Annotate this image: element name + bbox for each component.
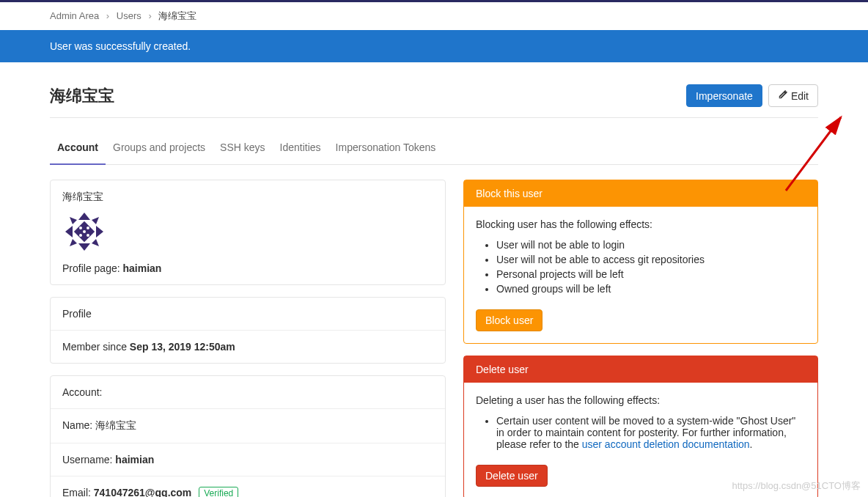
profile-page-value[interactable]: haimian: [123, 262, 162, 274]
profile-page-row: Profile page: haimian: [62, 262, 433, 274]
svg-point-15: [83, 230, 86, 233]
tab-groups[interactable]: Groups and projects: [106, 131, 213, 164]
page-header: 海绵宝宝 Impersonate Edit: [50, 70, 818, 118]
member-since-value: Sep 13, 2019 12:50am: [130, 341, 235, 353]
watermark: https://blog.csdn@51CTO博客: [732, 479, 861, 493]
header-actions: Impersonate Edit: [686, 84, 818, 107]
tab-tokens[interactable]: Impersonation Tokens: [328, 131, 444, 164]
breadcrumb-separator-icon: ›: [148, 10, 151, 21]
delete-effects-list: Certain user content will be moved to a …: [476, 415, 806, 450]
alert-message: User was successfully created.: [38, 40, 830, 52]
verified-badge: Verified: [199, 487, 238, 497]
delete-docs-link[interactable]: user account deletion documentation: [582, 438, 750, 450]
tab-identities[interactable]: Identities: [273, 131, 328, 164]
block-intro: Blocking user has the following effects:: [476, 218, 806, 230]
delete-user-card: Delete user Deleting a user has the foll…: [463, 356, 818, 497]
svg-point-12: [87, 227, 89, 229]
breadcrumb: Admin Area › Users › 海绵宝宝: [50, 2, 818, 30]
username-label: Username:: [62, 454, 112, 465]
list-item: Certain user content will be moved to a …: [496, 415, 806, 450]
name-row: Name: 海绵宝宝: [51, 409, 445, 443]
svg-point-14: [87, 234, 89, 237]
username-value: haimian: [115, 454, 154, 465]
tab-ssh[interactable]: SSH keys: [213, 131, 272, 164]
breadcrumb-separator-icon: ›: [106, 10, 109, 21]
account-card-title: Account:: [51, 376, 445, 409]
page-title: 海绵宝宝: [50, 85, 114, 107]
left-column: 海绵宝宝: [50, 180, 446, 497]
username-row: Username: haimian: [51, 443, 445, 476]
name-label: Name:: [62, 419, 92, 431]
delete-intro: Deleting a user has the following effect…: [476, 394, 806, 406]
delete-effect-suffix: .: [750, 438, 753, 450]
edit-button-label: Edit: [791, 90, 809, 102]
account-card: Account: Name: 海绵宝宝 Username: haimian Em…: [50, 375, 446, 497]
block-effects-list: User will not be able to login User will…: [476, 239, 806, 295]
block-user-card: Block this user Blocking user has the fo…: [463, 180, 818, 344]
member-since-row: Member since Sep 13, 2019 12:50am: [51, 331, 445, 363]
profile-page-label: Profile page:: [62, 262, 120, 274]
email-row: Email: 741047261@qq.com Verified: [51, 476, 445, 497]
svg-point-13: [79, 234, 82, 237]
list-item: Owned groups will be left: [496, 283, 806, 295]
member-since-label: Member since: [62, 341, 127, 353]
breadcrumb-current: 海绵宝宝: [158, 10, 196, 21]
list-item: Personal projects will be left: [496, 268, 806, 280]
success-alert: User was successfully created.: [0, 30, 868, 62]
right-column: Block this user Blocking user has the fo…: [463, 180, 818, 497]
edit-button[interactable]: Edit: [768, 84, 818, 107]
profile-card: Profile Member since Sep 13, 2019 12:50a…: [50, 297, 446, 364]
tabs: Account Groups and projects SSH keys Ide…: [50, 131, 818, 165]
user-display-name: 海绵宝宝: [62, 191, 433, 204]
block-card-title: Block this user: [464, 180, 817, 207]
user-card: 海绵宝宝: [50, 180, 446, 285]
impersonate-button[interactable]: Impersonate: [686, 84, 762, 107]
email-label: Email:: [62, 487, 91, 497]
block-user-button[interactable]: Block user: [476, 309, 542, 331]
tab-account[interactable]: Account: [50, 131, 106, 165]
breadcrumb-section[interactable]: Users: [117, 10, 141, 21]
list-item: User will not be able to access git repo…: [496, 254, 806, 265]
svg-point-11: [79, 227, 82, 229]
edit-icon: [778, 89, 788, 102]
delete-card-title: Delete user: [464, 356, 817, 383]
profile-card-title: Profile: [51, 298, 445, 331]
breadcrumb-root[interactable]: Admin Area: [50, 10, 99, 21]
email-value[interactable]: 741047261@qq.com: [94, 487, 192, 497]
list-item: User will not be able to login: [496, 239, 806, 251]
avatar: [62, 210, 106, 254]
name-value: 海绵宝宝: [95, 419, 136, 431]
delete-user-button[interactable]: Delete user: [476, 465, 548, 487]
